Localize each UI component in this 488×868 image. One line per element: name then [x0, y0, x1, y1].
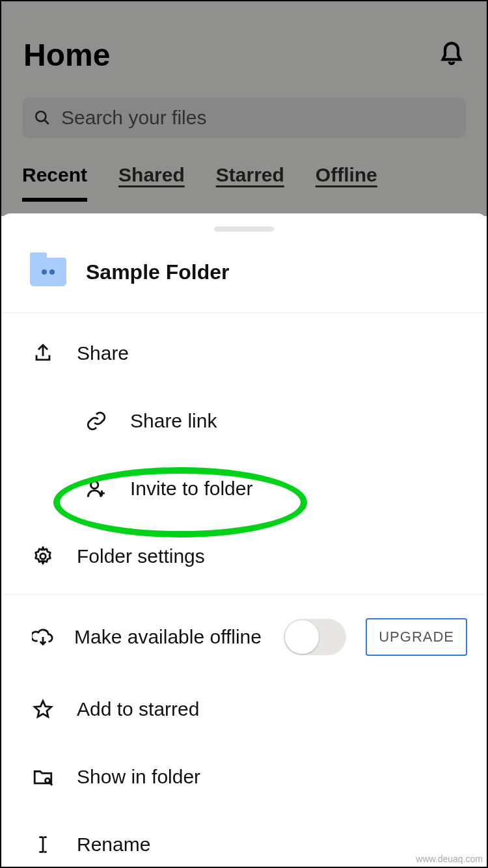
sheet-header: Sample Folder [1, 232, 487, 313]
share-item[interactable]: Share [1, 319, 487, 387]
folder-settings-item[interactable]: Folder settings [1, 522, 487, 590]
show-in-folder-item[interactable]: Show in folder [1, 743, 487, 811]
cloud-download-icon [31, 625, 55, 649]
sheet-drag-handle[interactable] [214, 226, 274, 232]
folder-settings-label: Folder settings [77, 545, 205, 567]
rename-item[interactable]: Rename [1, 811, 487, 868]
person-add-icon [85, 477, 108, 500]
add-starred-label: Add to starred [77, 698, 199, 720]
share-icon [31, 342, 55, 365]
watermark: www.deuaq.com [416, 854, 483, 864]
share-label: Share [77, 342, 129, 364]
shared-folder-icon [30, 258, 66, 286]
make-offline-item[interactable]: Make available offline UPGRADE [1, 599, 487, 675]
invite-to-folder-item[interactable]: Invite to folder [1, 455, 487, 522]
offline-toggle[interactable] [284, 619, 346, 655]
svg-point-3 [40, 554, 46, 560]
svg-point-2 [91, 481, 98, 489]
show-in-folder-label: Show in folder [77, 766, 200, 788]
action-sheet: Sample Folder Share Share link Invite to [1, 213, 487, 867]
modal-overlay[interactable] [1, 1, 487, 216]
upgrade-button[interactable]: UPGRADE [366, 618, 467, 656]
link-icon [85, 409, 108, 433]
share-link-item[interactable]: Share link [1, 387, 487, 455]
add-to-starred-item[interactable]: Add to starred [1, 675, 487, 743]
text-cursor-icon [31, 833, 55, 856]
invite-label: Invite to folder [130, 478, 252, 500]
share-link-label: Share link [130, 410, 217, 432]
gear-icon [31, 545, 55, 568]
folder-name: Sample Folder [86, 260, 230, 284]
folder-search-icon [31, 765, 55, 789]
svg-point-4 [46, 778, 50, 783]
divider [1, 594, 487, 595]
make-offline-label: Make available offline [74, 626, 264, 648]
star-icon [31, 698, 55, 721]
rename-label: Rename [77, 834, 150, 856]
